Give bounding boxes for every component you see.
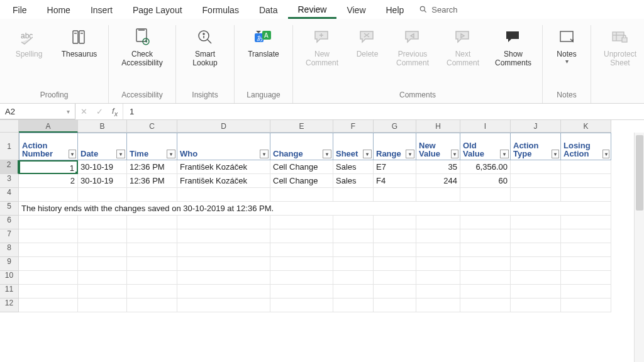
col-head-B[interactable]: B (78, 120, 127, 133)
cell[interactable] (374, 216, 416, 229)
cell[interactable] (561, 271, 611, 285)
cell[interactable] (374, 299, 416, 312)
cell[interactable] (78, 299, 127, 312)
cell[interactable] (127, 188, 177, 202)
cell[interactable] (19, 257, 78, 271)
cell[interactable] (127, 216, 177, 229)
cell[interactable] (511, 285, 561, 299)
tab-review[interactable]: Review (288, 1, 337, 19)
cell[interactable] (416, 243, 460, 257)
cell[interactable] (374, 257, 416, 271)
cell-H3[interactable]: 244 (416, 174, 460, 188)
cell[interactable] (561, 299, 611, 312)
cell[interactable] (127, 271, 177, 285)
col-head-K[interactable]: K (561, 120, 611, 133)
cell-D3[interactable]: František Kozáček (177, 174, 270, 188)
cell[interactable] (177, 216, 270, 229)
tab-insert[interactable]: Insert (80, 1, 123, 18)
tab-formulas[interactable]: Formulas (192, 1, 249, 18)
cell[interactable] (177, 243, 270, 257)
cell[interactable] (127, 243, 177, 257)
new-comment-button[interactable]: New Comment (299, 25, 345, 68)
cell[interactable] (270, 299, 333, 312)
row-head-6[interactable]: 6 (0, 216, 19, 229)
cell[interactable] (460, 188, 511, 202)
filter-button[interactable]: ▾ (552, 150, 559, 158)
filter-button[interactable]: ▾ (602, 150, 609, 158)
cell[interactable] (416, 188, 460, 202)
cell[interactable] (177, 285, 270, 299)
col-head-D[interactable]: D (177, 120, 270, 133)
confirm-icon[interactable]: ✓ (96, 107, 103, 116)
cell[interactable] (78, 229, 127, 243)
cell[interactable] (177, 188, 270, 202)
table-header[interactable]: Time▾ (127, 133, 177, 160)
cell-A3[interactable]: 2 (19, 174, 78, 188)
cell[interactable] (19, 188, 78, 202)
cell-F3[interactable]: Sales (333, 174, 374, 188)
filter-button[interactable]: ▾ (363, 150, 372, 158)
cell[interactable] (78, 188, 127, 202)
translate-button[interactable]: あA Translate (241, 25, 286, 59)
cell[interactable] (270, 229, 333, 243)
cell[interactable] (460, 216, 511, 229)
spelling-button[interactable]: abc Spelling (6, 25, 52, 59)
row-head-3[interactable]: 3 (0, 174, 19, 188)
cell-A2[interactable]: 1 (19, 160, 78, 174)
filter-button[interactable]: ▾ (167, 150, 175, 158)
cell[interactable] (270, 243, 333, 257)
fx-icon[interactable]: fx (112, 106, 118, 118)
cell[interactable] (460, 243, 511, 257)
filter-button[interactable]: ▾ (116, 150, 125, 158)
cell[interactable] (333, 285, 374, 299)
search-button[interactable]: Search (419, 5, 457, 14)
filter-button[interactable]: ▾ (323, 150, 331, 158)
cell[interactable] (270, 257, 333, 271)
cell-I3[interactable]: 60 (460, 174, 511, 188)
row-head-11[interactable]: 11 (0, 285, 19, 299)
cell[interactable] (333, 216, 374, 229)
tab-view[interactable]: View (336, 1, 375, 18)
table-header[interactable]: Action Number▾ (19, 133, 78, 160)
cell[interactable] (78, 243, 127, 257)
filter-button[interactable]: ▾ (260, 150, 269, 158)
row-head-5[interactable]: 5 (0, 202, 19, 216)
table-header[interactable]: Old Value▾ (460, 133, 511, 160)
tab-data[interactable]: Data (249, 1, 288, 18)
thesaurus-button[interactable]: Thesaurus (57, 25, 102, 59)
table-header[interactable]: Losing Action▾ (561, 133, 611, 160)
tab-page-layout[interactable]: Page Layout (123, 1, 192, 18)
cell[interactable] (127, 229, 177, 243)
previous-comment-button[interactable]: Previous Comment (390, 25, 435, 68)
cell[interactable] (333, 299, 374, 312)
cell-J3[interactable] (511, 174, 561, 188)
cell[interactable] (333, 257, 374, 271)
cell[interactable] (561, 216, 611, 229)
scrollbar-thumb[interactable] (636, 135, 643, 211)
tab-home[interactable]: Home (37, 1, 80, 18)
cell[interactable] (177, 299, 270, 312)
cell[interactable] (374, 188, 416, 202)
cell[interactable] (19, 243, 78, 257)
col-head-E[interactable]: E (270, 120, 333, 133)
cell[interactable] (511, 257, 561, 271)
cell-C3[interactable]: 12:36 PM (127, 174, 177, 188)
cell[interactable] (460, 257, 511, 271)
cell[interactable] (270, 285, 333, 299)
formula-input[interactable] (123, 104, 644, 119)
cell[interactable] (374, 229, 416, 243)
cell-G3[interactable]: F4 (374, 174, 416, 188)
cell[interactable] (127, 285, 177, 299)
col-head-H[interactable]: H (416, 120, 460, 133)
cell[interactable] (78, 271, 127, 285)
cell[interactable] (127, 257, 177, 271)
cell[interactable] (416, 257, 460, 271)
cell[interactable] (511, 271, 561, 285)
row-head-12[interactable]: 12 (0, 299, 19, 312)
cell-G2[interactable]: E7 (374, 160, 416, 174)
col-head-F[interactable]: F (333, 120, 374, 133)
cell[interactable] (416, 271, 460, 285)
filter-button[interactable]: ▾ (406, 150, 414, 158)
filter-button[interactable]: ▾ (451, 150, 458, 158)
name-box[interactable]: A2 ▾ (0, 104, 75, 119)
